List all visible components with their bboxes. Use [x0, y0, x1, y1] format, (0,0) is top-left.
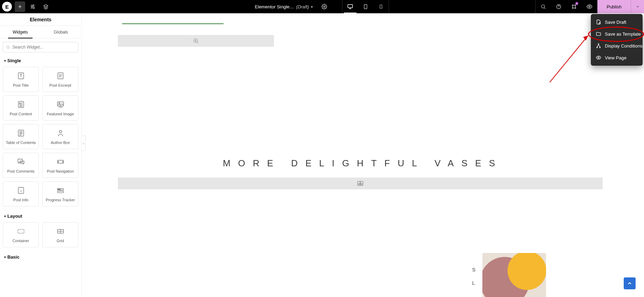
svg-point-15	[598, 44, 599, 45]
page-settings-button[interactable]	[318, 0, 331, 13]
widget-label: Author Box	[51, 140, 70, 145]
widgets-grid-single: Post Title Post Excerpt Post Content Fea…	[0, 65, 81, 211]
widget-featured-image[interactable]: Featured Image	[42, 95, 78, 121]
save-draft-menu-item[interactable]: Save Draft	[591, 16, 643, 28]
flow-icon	[596, 43, 601, 49]
post-nav-icon	[56, 157, 65, 166]
widget-post-title[interactable]: Post Title	[3, 67, 39, 92]
panel-tabs: Widgets Globals	[0, 26, 81, 38]
finder-button[interactable]	[536, 0, 551, 13]
plus-icon	[17, 4, 22, 9]
tab-widgets[interactable]: Widgets	[0, 26, 41, 38]
magnify-plus-icon	[193, 38, 199, 44]
canvas-heading[interactable]: MORE DELIGHTFUL VASES	[82, 158, 644, 169]
svg-rect-39	[358, 184, 360, 186]
elementor-logo-icon: E	[2, 2, 12, 12]
panel-title: Elements	[0, 13, 81, 26]
svg-point-3	[324, 6, 325, 7]
grid-icon	[56, 227, 65, 236]
chevron-up-icon	[627, 281, 632, 286]
widget-post-navigation[interactable]: Post Navigation	[42, 153, 78, 178]
display-conditions-menu-item[interactable]: Display Conditions	[591, 40, 643, 52]
menu-item-label: Save as Template	[605, 31, 641, 37]
widget-author-box[interactable]: Author Box	[42, 124, 78, 149]
site-settings-button[interactable]	[26, 0, 39, 13]
svg-point-13	[589, 6, 590, 8]
widget-label: Progress Tracker	[46, 198, 75, 202]
desktop-device-button[interactable]	[342, 0, 358, 13]
save-as-template-menu-item[interactable]: Save as Template	[591, 28, 643, 40]
menu-item-label: View Page	[605, 55, 627, 60]
svg-point-16	[597, 47, 598, 48]
svg-rect-33	[57, 191, 63, 193]
widget-label: Table of Contents	[6, 140, 36, 145]
container-icon	[16, 227, 26, 236]
top-bar: E Elementor Single… (Draft) ▾	[0, 0, 644, 13]
svg-rect-4	[348, 5, 353, 8]
category-basic-toggle[interactable]: ▾Basic	[0, 252, 81, 261]
category-label: Single	[7, 58, 21, 63]
tablet-icon	[363, 4, 368, 9]
svg-rect-40	[361, 184, 363, 186]
widget-table-of-contents[interactable]: Table of Contents	[3, 124, 39, 149]
section-placeholder-top[interactable]	[118, 24, 274, 47]
post-content-icon	[16, 100, 26, 109]
publish-button[interactable]: Publish	[597, 0, 631, 13]
svg-point-11	[572, 8, 573, 9]
add-element-button[interactable]	[15, 1, 25, 12]
tablet-device-button[interactable]	[358, 0, 373, 13]
widget-post-excerpt[interactable]: Post Excerpt	[42, 67, 78, 92]
widgets-grid-layout: Container Grid	[0, 220, 81, 252]
caret-down-icon: ▾	[4, 255, 6, 259]
widget-placeholder-loop[interactable]	[118, 178, 603, 189]
category-layout-toggle[interactable]: ▾Layout	[0, 211, 81, 220]
editor-canvas[interactable]: ‹ MORE DELIGHTFUL VASES S L	[82, 13, 644, 297]
widget-grid[interactable]: Grid	[42, 222, 78, 247]
gear-icon	[321, 4, 327, 9]
topbar-center-group: Elementor Single… (Draft) ▾	[255, 0, 389, 13]
svg-point-28	[59, 130, 62, 133]
notifications-button[interactable]	[566, 0, 582, 13]
vertical-text: S L	[472, 267, 476, 294]
search-icon	[6, 45, 10, 49]
view-page-menu-item[interactable]: View Page	[591, 52, 643, 64]
help-button[interactable]	[551, 0, 566, 13]
category-single-toggle[interactable]: ▾Single	[0, 56, 81, 65]
document-title-dropdown[interactable]: Elementor Single… (Draft) ▾	[255, 4, 313, 9]
widget-label: Post Content	[10, 112, 32, 116]
tab-globals[interactable]: Globals	[41, 26, 81, 38]
draft-label: (Draft)	[296, 4, 309, 9]
publish-options-button[interactable]	[631, 0, 644, 13]
widget-container[interactable]: Container	[3, 222, 39, 247]
menu-item-label: Display Conditions	[605, 43, 643, 49]
svg-rect-6	[380, 5, 382, 9]
preview-button[interactable]	[582, 0, 597, 13]
widget-label: Featured Image	[47, 112, 74, 116]
search-input[interactable]	[12, 45, 75, 50]
widget-progress-tracker[interactable]: Progress Tracker	[42, 181, 78, 207]
author-box-icon	[56, 129, 65, 138]
eye-icon	[596, 55, 601, 60]
svg-rect-34	[18, 230, 24, 233]
vertical-letter: S	[472, 267, 476, 273]
collapse-panel-handle[interactable]: ‹	[82, 136, 86, 151]
post-excerpt-icon	[56, 71, 65, 80]
widget-placeholder[interactable]	[118, 35, 274, 47]
widget-post-content[interactable]: Post Content	[3, 95, 39, 121]
widget-post-info[interactable]: Post Info	[3, 181, 39, 207]
scroll-to-top-button[interactable]	[624, 277, 636, 289]
widget-post-comments[interactable]: Post Comments	[3, 153, 39, 178]
svg-point-7	[542, 5, 545, 8]
elementor-logo-button[interactable]: E	[0, 0, 14, 14]
widget-label: Post Comments	[7, 169, 34, 173]
svg-point-1	[31, 6, 33, 7]
search-box[interactable]	[3, 42, 78, 52]
product-image[interactable]	[482, 253, 546, 297]
desktop-icon	[347, 3, 353, 10]
svg-point-10	[575, 5, 576, 6]
svg-point-0	[33, 5, 34, 6]
comments-icon	[16, 157, 26, 166]
menu-item-label: Save Draft	[605, 20, 626, 25]
structure-button[interactable]	[39, 0, 52, 13]
mobile-device-button[interactable]	[373, 0, 389, 13]
